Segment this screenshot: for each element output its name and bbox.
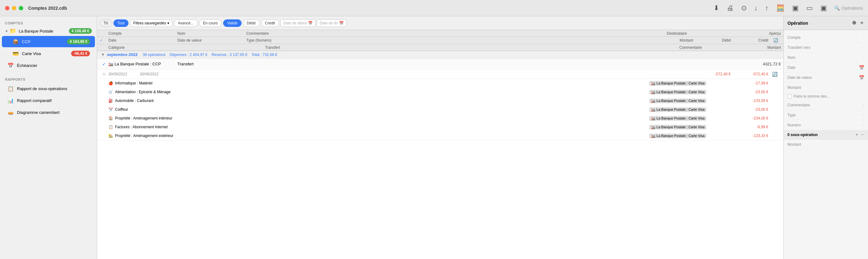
tx-credit-6: -234,00 € bbox=[731, 116, 768, 120]
month-header[interactable]: ▼ septembre 2022 39 opérations Dépenses … bbox=[97, 51, 783, 59]
search-area[interactable]: 🔍 Opérations bbox=[834, 6, 863, 11]
col-transfert: Transfert bbox=[262, 45, 332, 50]
sync-icon[interactable]: ⊙ bbox=[741, 4, 747, 12]
sidebar-item-sous-operations[interactable]: 📋 Rapport de sous-opérations bbox=[2, 83, 95, 94]
table-row[interactable]: ⛽ Automobile : Carburant 🏣 La Banque Pos… bbox=[97, 96, 783, 105]
table-row[interactable]: ⊙ 30/09/2022 30/09/2022 -572,40 € -572,4… bbox=[97, 70, 783, 78]
chevron-right-icon-2: › bbox=[863, 46, 864, 49]
field-numero[interactable]: Numéro › bbox=[784, 120, 868, 130]
field-date-valeur[interactable]: Date de valeur 📅 bbox=[784, 73, 868, 83]
tx-credit: -572,40 € bbox=[731, 72, 768, 76]
tx-date-valeur: 30/09/2022 bbox=[140, 72, 177, 76]
valide-button[interactable]: Validé bbox=[223, 20, 241, 27]
total-value: 732,68 € bbox=[262, 52, 277, 57]
tout-button[interactable]: Tout bbox=[114, 20, 129, 27]
en-cours-button[interactable]: En cours bbox=[199, 20, 222, 27]
chevron-right-icon-4: › bbox=[863, 103, 864, 107]
col-date-valeur[interactable]: Date de valeur bbox=[175, 38, 244, 42]
rapport-icon-3: 🥧 bbox=[7, 109, 14, 116]
faire-somme-area[interactable]: Faire la somme des... bbox=[784, 92, 868, 100]
panel-left-icon[interactable]: ▣ bbox=[792, 4, 799, 12]
field-montant[interactable]: Montant bbox=[784, 83, 868, 92]
tx-dest: 🏣 La Banque Postale : Carte Visa bbox=[649, 134, 731, 138]
avance-button[interactable]: Avancé... bbox=[174, 20, 198, 27]
transactions-area: ▼ septembre 2022 39 opérations Dépenses … bbox=[97, 51, 783, 259]
tx-dest: 🏣 La Banque Postale : Carte Visa bbox=[649, 90, 731, 95]
remove-sub-icon[interactable]: － bbox=[861, 132, 864, 137]
import-icon[interactable]: ↓ bbox=[754, 4, 758, 12]
tx-category: ⛽ Automobile : Carburant bbox=[108, 99, 259, 103]
sidebar-item-ccp[interactable]: 📦 CCP 4 164,89 € bbox=[2, 36, 95, 47]
tx-debit: -572,40 € bbox=[693, 72, 731, 76]
month-name: septembre 2022 bbox=[107, 52, 137, 57]
col-debit[interactable]: Débit bbox=[696, 38, 733, 42]
close-button[interactable] bbox=[5, 6, 9, 10]
sidebar-item-comparatif[interactable]: 📊 Rapport comparatif bbox=[2, 95, 95, 106]
download-icon[interactable]: ⬇ bbox=[714, 4, 719, 12]
col-type-numero[interactable]: Type (Numéro) bbox=[244, 38, 332, 42]
filtres-sauvegardes-dropdown[interactable]: Filtres sauvegardés ▾ bbox=[130, 20, 173, 27]
col-destinataire: Destinataire bbox=[664, 31, 746, 36]
sidebar-item-echeancier[interactable]: 📅 Échéancier bbox=[2, 60, 95, 71]
col-commentaire: Commentaire bbox=[244, 31, 332, 36]
table-row[interactable]: 🏠 Propriété : Aménagement intérieur 🏣 La… bbox=[97, 114, 783, 123]
col-credit[interactable]: Crédit bbox=[733, 38, 771, 42]
table-row[interactable]: ✓ 🏣 La Banque Postale : CCP Transfert 43… bbox=[97, 59, 783, 70]
add-icon[interactable]: ＋ bbox=[859, 20, 864, 26]
minimize-button[interactable] bbox=[12, 6, 16, 10]
tx-account: La Banque Postale : CCP bbox=[115, 62, 161, 66]
tx-dest: 🏣 La Banque Postale : Carte Visa bbox=[649, 107, 731, 112]
export-icon[interactable]: ↑ bbox=[765, 4, 769, 12]
sidebar-item-camembert[interactable]: 🥧 Diagramme camembert bbox=[2, 107, 95, 118]
table-row[interactable]: 🏡 Propriété : Aménagement extérieur 🏣 La… bbox=[97, 132, 783, 140]
faire-somme-checkbox[interactable] bbox=[787, 94, 792, 99]
date-fin-field[interactable]: Date de fin 📅 bbox=[317, 20, 347, 27]
month-collapse-icon: ▼ bbox=[101, 52, 105, 57]
tx-category: ✂️ Coiffeur bbox=[108, 107, 259, 112]
tx-category: 🏡 Propriété : Aménagement extérieur bbox=[108, 134, 259, 138]
field-date-valeur-label: Date de valeur bbox=[787, 75, 822, 80]
tri-button[interactable]: Tri bbox=[100, 20, 112, 27]
col-nom: Nom bbox=[175, 31, 244, 36]
table-row[interactable]: 🛒 Alimentation : Epicerie & Ménage 🏣 La … bbox=[97, 87, 783, 96]
col-date[interactable]: Date bbox=[106, 38, 175, 42]
right-panel-header: Opération ⊕ ＋ bbox=[784, 16, 868, 30]
print-icon[interactable]: 🖨 bbox=[727, 4, 734, 12]
table-row[interactable]: ✂️ Coiffeur 🏣 La Banque Postale : Carte … bbox=[97, 105, 783, 114]
tx-date: 30/09/2022 bbox=[108, 72, 140, 76]
field-type[interactable]: Type › bbox=[784, 110, 868, 120]
main-content: Comptes ▼ 📁 La Banque Postale 4 108,48 €… bbox=[0, 16, 868, 259]
sidebar-group-la-banque-postale[interactable]: ▼ 📁 La Banque Postale 4 108,48 € bbox=[0, 26, 97, 36]
panel-center-icon[interactable]: ▭ bbox=[806, 4, 813, 12]
ccp-balance: 4 164,89 € bbox=[67, 39, 90, 44]
field-date[interactable]: Date 📅 bbox=[784, 63, 868, 73]
col-montant[interactable]: Montant bbox=[658, 38, 696, 42]
add-circle-icon[interactable]: ⊕ bbox=[852, 20, 856, 26]
carte-visa-label: Carte Visa bbox=[22, 51, 71, 56]
date-fin-label: Date de fin bbox=[320, 21, 338, 25]
date-debut-field[interactable]: Date de début 📅 bbox=[280, 20, 315, 27]
carte-visa-icon: 💳 bbox=[12, 50, 20, 57]
table-row[interactable]: 🍎 Informatique : Matériel 🏣 La Banque Po… bbox=[97, 79, 783, 87]
tx-credit-4: -133,59 € bbox=[731, 99, 768, 103]
credit-button[interactable]: Crédit bbox=[261, 20, 279, 27]
field-transfert-vers[interactable]: Transfert vers › bbox=[784, 42, 868, 52]
add-sub-icon[interactable]: ＋ bbox=[855, 132, 859, 137]
table-row[interactable]: 📋 Factures : Abonnement Internet 🏣 La Ba… bbox=[97, 123, 783, 132]
echeancier-label: Échéancier bbox=[17, 63, 90, 68]
group-arrow-icon: ▼ bbox=[5, 29, 8, 33]
dropdown-arrow-icon: ▾ bbox=[167, 21, 169, 25]
fullscreen-button[interactable] bbox=[19, 6, 23, 10]
transaction-group-2: 🍎 Informatique : Matériel 🏣 La Banque Po… bbox=[97, 79, 783, 141]
tx-credit-5: -23,00 € bbox=[731, 107, 768, 112]
debit-button[interactable]: Débit bbox=[243, 20, 260, 27]
checkmark-icon: ✓ bbox=[102, 62, 106, 67]
sous-operation-header: 0 sous-opération ＋ － bbox=[784, 130, 868, 140]
panel-right-icon[interactable]: ▣ bbox=[820, 4, 827, 12]
toolbar: ⬇ 🖨 ⊙ ↓ ↑ 🧮 ▣ ▭ ▣ 🔍 Opérations bbox=[714, 4, 863, 12]
field-commentaire[interactable]: Commentaire › bbox=[784, 100, 868, 110]
calculator-icon[interactable]: 🧮 bbox=[776, 4, 785, 12]
field-compte[interactable]: Compte › bbox=[784, 33, 868, 42]
sidebar-item-carte-visa[interactable]: 💳 Carte Visa -56,41 € bbox=[2, 48, 95, 59]
field-nom[interactable]: Nom › bbox=[784, 52, 868, 63]
